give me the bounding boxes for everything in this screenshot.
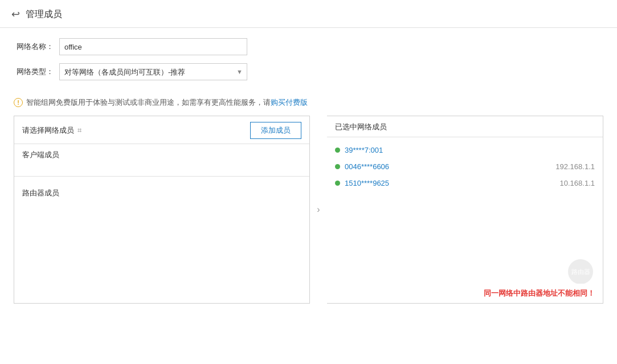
member-name: 0046****6606 [345,162,389,171]
network-name-label: 网络名称： [14,42,54,52]
online-status-dot [335,164,340,169]
transfer-arrow: › [310,116,327,304]
table-row: 0046****6606 192.168.1.1 [327,158,603,175]
right-panel-header: 已选中网络成员 [327,116,603,137]
member-list: 39****7:001 0046****6606 192.168.1.1 [327,137,603,196]
network-type-select[interactable]: 对等网络（各成员间均可互联）-推荐星型网络混合网络 [59,63,247,80]
info-text: 智能组网免费版用于体验与测试或非商业用途，如需享有更高性能服务，请 [26,97,271,108]
header: ↩ 管理成员 [0,0,617,28]
network-name-row: 网络名称： [14,38,603,55]
member-ip: 192.168.1.1 [555,162,595,171]
client-section: 客户端成员 [14,144,309,170]
warning-text: 同一网络中路由器地址不能相同！ [484,289,595,297]
member-name: 39****7:001 [345,146,383,154]
table-row: 39****7:001 [327,142,603,158]
left-panel: 请选择网络成员 ⌗ 添加成员 客户端成员 路由器成员 [14,116,310,304]
left-top-bar: 请选择网络成员 ⌗ 添加成员 [14,116,309,144]
select-members-label: 请选择网络成员 ⌗ [22,125,81,136]
filter-icon[interactable]: ⌗ [77,126,81,135]
buy-link[interactable]: 购买付费版 [271,97,308,108]
bottom-warning: 同一网络中路由器地址不能相同！ [327,284,603,303]
online-status-dot [335,181,340,186]
form-area: 网络名称： 网络类型： 对等网络（各成员间均可互联）-推荐星型网络混合网络 ▼ [0,28,617,94]
member-name: 1510****9625 [345,179,389,187]
client-section-title: 客户端成员 [22,150,301,160]
back-icon[interactable]: ↩ [11,8,20,21]
add-member-button[interactable]: 添加成员 [250,122,301,139]
watermark: 路由器 [566,257,595,286]
table-row: 1510****9625 10.168.1.1 [327,175,603,191]
info-bar: ! 智能组网免费版用于体验与测试或非商业用途，如需享有更高性能服务，请 购买付费… [0,94,617,116]
info-icon: ! [14,98,23,107]
page-title: 管理成员 [26,9,62,21]
online-status-dot [335,148,340,153]
page: ↩ 管理成员 网络名称： 网络类型： 对等网络（各成员间均可互联）-推荐星型网络… [0,0,617,364]
router-section-title: 路由器成员 [22,188,301,198]
router-section: 路由器成员 [14,182,309,208]
main-area: 请选择网络成员 ⌗ 添加成员 客户端成员 路由器成员 › 已选中网络成员 [0,116,617,304]
right-panel: 已选中网络成员 39****7:001 0046****6606 [327,116,603,304]
network-type-label: 网络类型： [14,67,54,77]
section-divider [14,176,309,177]
network-name-input[interactable] [59,38,247,55]
network-type-select-wrap: 对等网络（各成员间均可互联）-推荐星型网络混合网络 ▼ [59,63,247,80]
member-ip: 10.168.1.1 [560,179,595,187]
network-type-row: 网络类型： 对等网络（各成员间均可互联）-推荐星型网络混合网络 ▼ [14,63,603,80]
